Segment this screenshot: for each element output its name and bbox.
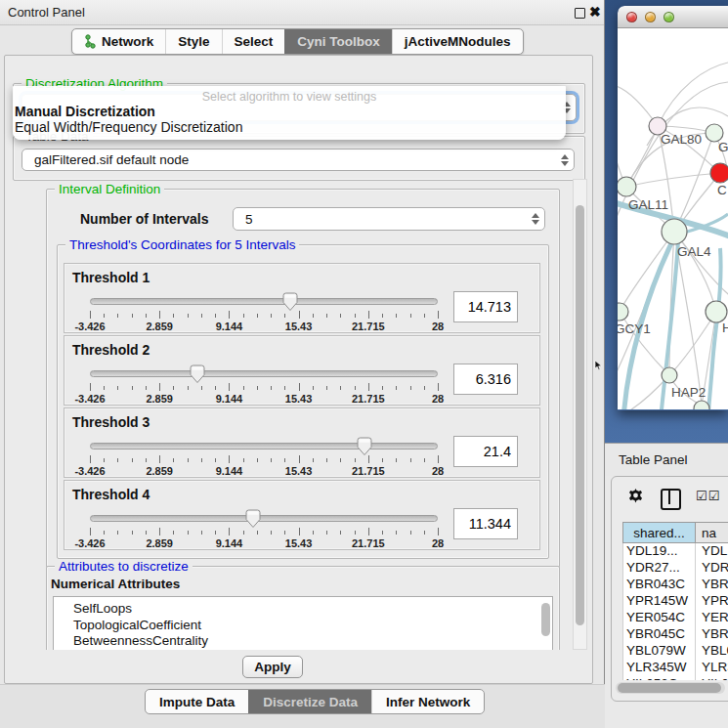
tab-infer-network[interactable]: Infer Network: [371, 690, 484, 713]
table-data-combobox[interactable]: galFiltered.sif default node: [21, 149, 575, 171]
attribute-list-item[interactable]: TopologicalCoefficient: [54, 618, 552, 634]
network-node-gal11[interactable]: [618, 177, 636, 196]
slider-thumb[interactable]: [282, 292, 298, 312]
column-header-name[interactable]: na: [696, 523, 728, 542]
node-label: GAL11: [628, 197, 668, 212]
threshold-value-field[interactable]: [453, 508, 518, 539]
thresholds-group: Threshold's Coordinates for 5 Intervals …: [57, 244, 549, 559]
attribute-list-item[interactable]: BetweennessCentrality: [54, 633, 552, 650]
combo-arrows-icon: [556, 154, 574, 166]
mac-minimize-button[interactable]: [645, 12, 656, 22]
slider-track[interactable]: [90, 370, 438, 377]
network-node-gal4[interactable]: [662, 219, 687, 244]
cell-shared-name[interactable]: YBR045C: [623, 626, 696, 643]
settings-vertical-scrollbar[interactable]: [573, 179, 587, 650]
table-row[interactable]: YBR043CYBR0: [623, 577, 728, 593]
tick-label: 9.144: [216, 537, 243, 549]
apply-button[interactable]: Apply: [242, 656, 303, 678]
select-columns-icon[interactable]: ☑☑: [696, 489, 720, 503]
network-window-titlebar[interactable]: [618, 6, 728, 28]
threshold-value-field[interactable]: [453, 436, 518, 467]
cell-shared-name[interactable]: YLR345W: [623, 660, 696, 676]
cell-name[interactable]: YBL0: [696, 643, 728, 660]
cell-shared-name[interactable]: YBR043C: [623, 577, 696, 593]
slider-thumb[interactable]: [190, 364, 205, 384]
cell-name[interactable]: YDR2: [696, 560, 728, 577]
float-window-icon[interactable]: [575, 8, 585, 19]
tick-mark: [229, 455, 230, 463]
attribute-list-item[interactable]: SelfLoops: [54, 601, 552, 618]
network-node-h[interactable]: [706, 301, 727, 322]
cell-shared-name[interactable]: YIL052C: [623, 676, 696, 680]
cell-name[interactable]: YPR1: [696, 593, 728, 610]
table-row[interactable]: YLR345WYLR3: [623, 660, 728, 676]
tab-discretize-data[interactable]: Discretize Data: [248, 690, 371, 713]
application-window: Control Panel ✖ Network Style Select Cyn…: [0, 0, 728, 728]
slider-track[interactable]: [90, 443, 438, 450]
close-icon[interactable]: ✖: [589, 4, 601, 20]
cell-shared-name[interactable]: YER054C: [623, 610, 696, 626]
split-panel-icon[interactable]: [661, 489, 681, 510]
tick-mark: [257, 531, 258, 535]
slider-thumb[interactable]: [245, 509, 261, 529]
table-row[interactable]: YBR045CYBR0: [623, 626, 728, 643]
cell-shared-name[interactable]: YBL079W: [623, 643, 696, 660]
tab-network[interactable]: Network: [72, 29, 165, 54]
tick-label: 9.144: [216, 465, 243, 477]
tick-mark: [382, 314, 383, 318]
network-node-c[interactable]: [710, 163, 728, 183]
mac-zoom-button[interactable]: [664, 12, 674, 22]
table-row[interactable]: YIL052CYIL0: [623, 676, 728, 680]
network-node-hap2[interactable]: [662, 367, 677, 383]
tab-impute-data[interactable]: Impute Data: [146, 690, 248, 713]
cell-name[interactable]: YLR3: [696, 660, 728, 676]
node-table: shared... na YDL19...YDL1YDR27...YDR2YBR…: [622, 522, 728, 680]
scrollbar-thumb[interactable]: [576, 205, 584, 625]
tab-cyni-toolbox[interactable]: Cyni Toolbox: [284, 29, 392, 54]
table-horizontal-scrollbar[interactable]: [616, 682, 725, 694]
scrollbar-thumb[interactable]: [618, 683, 721, 693]
slider-thumb[interactable]: [357, 437, 372, 456]
network-view-window[interactable]: GAL80GACGAL11GAL4GCY1HHAP2: [618, 6, 728, 410]
number-of-intervals-combobox[interactable]: 5: [233, 207, 545, 231]
cell-name[interactable]: YBR0: [696, 577, 728, 593]
threshold-slider[interactable]: -3.4262.8599.14415.4321.71528: [90, 436, 438, 479]
tick-label: 28: [432, 537, 444, 549]
cell-name[interactable]: YIL0: [696, 676, 728, 680]
list-scrollbar-thumb[interactable]: [541, 603, 550, 636]
cell-shared-name[interactable]: YPR145W: [623, 593, 696, 610]
tab-select[interactable]: Select: [222, 29, 285, 54]
threshold-slider[interactable]: -3.4262.8599.14415.4321.71528: [90, 291, 438, 334]
table-row[interactable]: YER054CYER0: [623, 610, 728, 626]
cell-shared-name[interactable]: YDR27...: [623, 560, 696, 577]
threshold-value-field[interactable]: [453, 291, 518, 322]
cell-name[interactable]: YDL1: [696, 543, 728, 560]
panel-title: Control Panel: [8, 5, 85, 20]
tab-style[interactable]: Style: [165, 29, 221, 54]
settings-gear-icon[interactable]: [627, 488, 644, 508]
tick-label: 9.144: [216, 393, 243, 405]
dropdown-option-manual[interactable]: Manual Discretization: [13, 104, 566, 119]
network-canvas[interactable]: GAL80GACGAL11GAL4GCY1HHAP2: [618, 28, 728, 409]
threshold-value-field[interactable]: [453, 364, 518, 395]
cell-shared-name[interactable]: YDL19...: [623, 543, 696, 560]
cell-name[interactable]: YBR0: [696, 626, 728, 643]
slider-track[interactable]: [90, 515, 438, 522]
threshold-slider[interactable]: -3.4262.8599.14415.4321.71528: [90, 508, 438, 551]
table-row[interactable]: YPR145WYPR1: [623, 593, 728, 610]
network-graph[interactable]: GAL80GACGAL11GAL4GCY1HHAP2: [618, 28, 728, 409]
tick-mark: [313, 458, 314, 462]
table-row[interactable]: YBL079WYBL0: [623, 643, 728, 660]
cell-name[interactable]: YER0: [696, 610, 728, 626]
numerical-attributes-list[interactable]: SelfLoopsTopologicalCoefficientBetweenne…: [53, 596, 553, 650]
tab-jactivemnodules[interactable]: jActiveMNodules: [392, 29, 523, 54]
mac-close-button[interactable]: [626, 12, 637, 22]
threshold-slider[interactable]: -3.4262.8599.14415.4321.71528: [90, 364, 438, 407]
table-row[interactable]: YDL19...YDL1: [623, 543, 728, 560]
tick-label: 2.859: [146, 465, 173, 477]
dropdown-option-equal-width[interactable]: Equal Width/Frequency Discretization: [13, 119, 566, 135]
table-row[interactable]: YDR27...YDR2: [623, 560, 728, 577]
network-node-gcy1[interactable]: [618, 303, 628, 321]
slider-track[interactable]: [90, 298, 438, 305]
column-header-shared-name[interactable]: shared...: [623, 523, 696, 542]
